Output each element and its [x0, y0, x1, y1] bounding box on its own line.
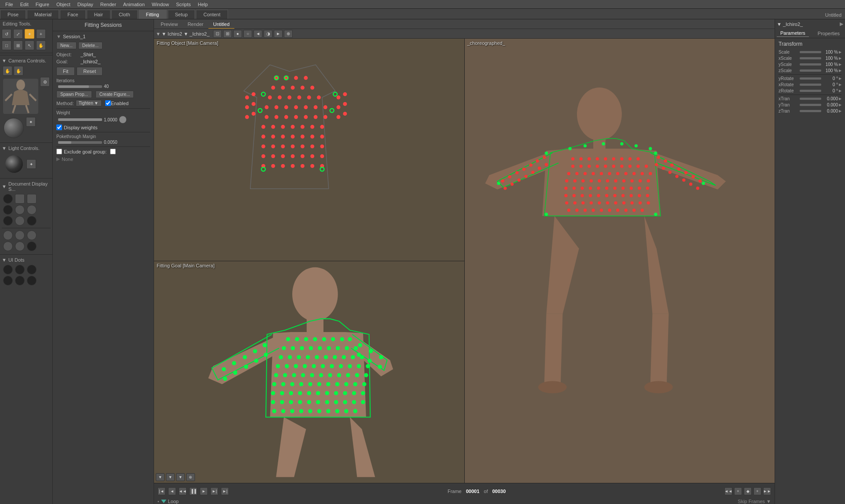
display-icon-2[interactable]: [15, 194, 25, 204]
tool-taper[interactable]: ⤢: [13, 29, 23, 39]
exclude-goal-checkbox2[interactable]: [110, 149, 116, 154]
cam-settings[interactable]: ⚙: [40, 77, 50, 87]
tab-hair[interactable]: Hair: [87, 10, 110, 19]
menu-scripts[interactable]: Scripts: [173, 1, 195, 8]
ui-dot-1[interactable]: [3, 265, 13, 274]
doc-display-header[interactable]: ▼ Document Display S...: [2, 180, 51, 193]
menu-animation[interactable]: Animation: [120, 1, 148, 8]
toolbar-icon-4[interactable]: ○: [243, 30, 252, 38]
create-figure-button[interactable]: Create Figure...: [96, 91, 134, 98]
enabled-checkbox[interactable]: [105, 100, 111, 106]
toolbar-icon-6[interactable]: ◑: [264, 30, 272, 38]
reset-button[interactable]: Reset: [77, 67, 103, 76]
display-icon-8[interactable]: [15, 216, 25, 226]
toolbar-icon-1[interactable]: ⊡: [213, 30, 222, 38]
anim-end[interactable]: ►|: [221, 487, 229, 495]
tab-preview[interactable]: Preview: [156, 20, 183, 29]
ytran-slider[interactable]: [800, 104, 821, 106]
exclude-goal-checkbox[interactable]: [56, 149, 62, 154]
display-icon-14[interactable]: [15, 241, 25, 251]
loop-arrow-icon[interactable]: [161, 500, 166, 503]
ztran-arrow-icon[interactable]: ▶: [839, 109, 841, 113]
cam-trackball[interactable]: [4, 118, 24, 138]
xscale-arrow-icon[interactable]: ▶: [839, 56, 841, 60]
menu-file[interactable]: File: [2, 1, 17, 8]
cam-sun[interactable]: ✦: [26, 117, 36, 127]
ui-dot-4[interactable]: [3, 276, 13, 285]
display-icon-3[interactable]: [27, 194, 37, 204]
tab-cloth[interactable]: Cloth: [111, 10, 138, 19]
display-icon-10[interactable]: [3, 230, 13, 240]
toolbar-icon-3[interactable]: ●: [233, 30, 242, 38]
display-icon-9[interactable]: [27, 216, 37, 226]
anim-pause[interactable]: ▐▐: [189, 487, 197, 495]
delete-button[interactable]: Delete...: [78, 42, 103, 49]
fit-button[interactable]: Fit: [56, 67, 75, 76]
display-icon-6[interactable]: [27, 205, 37, 215]
vp-nav-2[interactable]: ▼: [166, 473, 175, 481]
toolbar-icon-8[interactable]: ⊕: [284, 30, 293, 38]
display-icon-5[interactable]: [15, 205, 25, 215]
zscale-slider[interactable]: [800, 69, 821, 72]
anim-start[interactable]: |◄: [158, 487, 165, 495]
spawn-prop-button[interactable]: Spawn Prop...: [56, 91, 92, 98]
xscale-slider[interactable]: [800, 57, 821, 59]
anim-prev[interactable]: ◄: [168, 487, 176, 495]
xtran-slider[interactable]: [800, 98, 821, 100]
pokemargin-slider[interactable]: [58, 141, 102, 144]
display-icon-11[interactable]: [15, 230, 25, 240]
tool-active[interactable]: ✦: [25, 29, 34, 39]
display-icon-7[interactable]: [3, 216, 13, 226]
anim-play-rev[interactable]: ◄◄: [179, 487, 187, 495]
weight-dial[interactable]: [119, 116, 126, 123]
menu-edit[interactable]: Edit: [17, 1, 32, 8]
tab-render[interactable]: Render: [183, 20, 208, 29]
weight-slider[interactable]: [58, 118, 102, 121]
cam-hand-right[interactable]: ✋: [14, 66, 23, 76]
tab-content[interactable]: Content: [196, 10, 228, 19]
ui-dot-6[interactable]: [27, 276, 37, 285]
tool-grid[interactable]: ⊞: [13, 40, 23, 50]
tab-untitled[interactable]: Untitled: [208, 20, 234, 29]
zrotate-slider[interactable]: [800, 90, 821, 92]
viewport-fitting-goal[interactable]: Fitting Goal [Main Camera]: [154, 261, 464, 483]
scene-arrow-icon[interactable]: ▼: [156, 31, 161, 37]
rp-tab-properties[interactable]: Properties: [814, 30, 843, 37]
vp-nav-3[interactable]: ▼: [176, 473, 185, 481]
ytran-arrow-icon[interactable]: ▶: [839, 103, 841, 107]
tab-pose[interactable]: Pose: [0, 10, 26, 19]
yrotate-slider[interactable]: [800, 77, 821, 80]
tab-fitting[interactable]: Fitting: [139, 10, 167, 19]
light-controls-header[interactable]: ▼ Light Controls.: [2, 145, 51, 152]
tool-select[interactable]: ↖: [25, 40, 34, 50]
zrotate-arrow-icon[interactable]: ▶: [839, 89, 841, 93]
ui-dot-3[interactable]: [27, 265, 37, 274]
menu-display[interactable]: Display: [74, 1, 97, 8]
ui-dot-2[interactable]: [15, 265, 25, 274]
zscale-arrow-icon[interactable]: ▶: [839, 69, 841, 73]
tool-add[interactable]: +: [36, 29, 46, 39]
display-icon-15[interactable]: [27, 241, 37, 251]
display-icon-12[interactable]: [27, 230, 37, 240]
xtran-arrow-icon[interactable]: ▶: [839, 97, 841, 101]
playback-add[interactable]: +: [734, 487, 742, 495]
tool-rotate[interactable]: ↺: [2, 29, 11, 39]
camera-controls-header[interactable]: ▼ Camera Controls.: [2, 57, 51, 64]
anim-play[interactable]: ►: [200, 487, 208, 495]
viewport-choreographed[interactable]: _choreographed_: [465, 39, 775, 483]
ztran-slider[interactable]: [800, 110, 821, 112]
menu-help[interactable]: Help: [195, 1, 212, 8]
display-icon-4[interactable]: [3, 205, 13, 215]
right-panel-collapse-icon[interactable]: ▶: [840, 21, 843, 27]
new-button[interactable]: New...: [56, 42, 77, 49]
tab-setup[interactable]: Setup: [168, 10, 195, 19]
viewport-fitting-object[interactable]: Fitting Object [Main Camera]: [154, 39, 464, 261]
xrotate-arrow-icon[interactable]: ▶: [839, 83, 841, 87]
menu-render[interactable]: Render: [97, 1, 120, 8]
scale-arrow-icon[interactable]: ▶: [839, 50, 841, 54]
playback-key[interactable]: ◆: [744, 487, 752, 495]
playback-end[interactable]: ►►: [763, 487, 771, 495]
menu-window[interactable]: Window: [148, 1, 173, 8]
playback-prev[interactable]: ◄◄: [724, 487, 732, 495]
tool-hand[interactable]: ✋: [36, 40, 46, 50]
